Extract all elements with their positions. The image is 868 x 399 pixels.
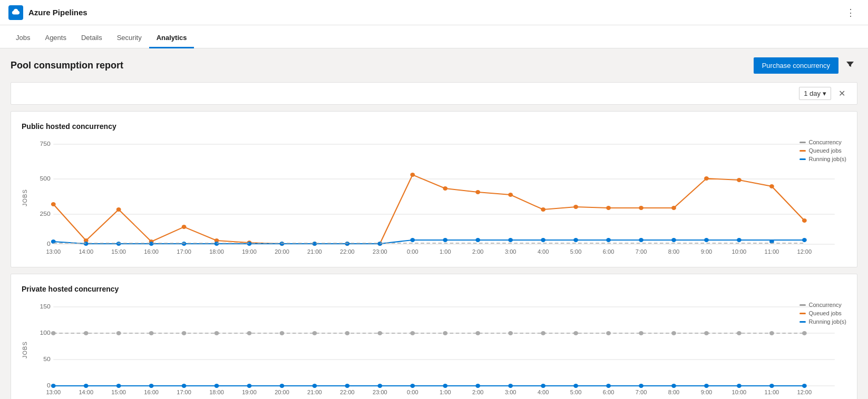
svg-point-50 [639, 206, 643, 210]
private-chart-container: JOBS Concurrency Queued jobs Running job… [22, 302, 846, 398]
public-chart-svg: 750 500 250 0 13:00 14:00 15:00 16:00 17… [30, 139, 846, 255]
svg-text:12:00: 12:00 [797, 249, 812, 255]
svg-point-49 [606, 206, 611, 210]
svg-text:2:00: 2:00 [472, 249, 484, 255]
svg-text:6:00: 6:00 [603, 390, 615, 395]
svg-point-63 [280, 242, 285, 246]
filter-icon-button[interactable] [843, 57, 857, 74]
svg-text:8:00: 8:00 [668, 249, 680, 255]
svg-point-143 [214, 384, 219, 388]
svg-text:7:00: 7:00 [636, 390, 647, 395]
svg-text:17:00: 17:00 [177, 390, 191, 395]
svg-point-134 [704, 331, 709, 335]
svg-text:17:00: 17:00 [177, 249, 191, 255]
svg-point-72 [573, 238, 578, 242]
svg-text:150: 150 [40, 303, 50, 310]
svg-point-61 [214, 242, 219, 246]
legend-concurrency-color [799, 142, 806, 143]
more-options-button[interactable]: ⋮ [842, 5, 860, 21]
svg-point-123 [345, 331, 349, 335]
tab-analytics[interactable]: Analytics [149, 28, 194, 48]
svg-text:15:00: 15:00 [111, 390, 126, 395]
tab-details[interactable]: Details [74, 28, 110, 48]
svg-point-55 [802, 218, 807, 223]
svg-text:250: 250 [40, 211, 50, 217]
svg-point-153 [541, 384, 545, 388]
svg-point-59 [149, 242, 154, 246]
svg-text:19:00: 19:00 [242, 390, 257, 395]
private-legend-concurrency-label: Concurrency [808, 302, 841, 308]
app-header: Azure Pipelines ⋮ [0, 0, 868, 25]
svg-point-136 [769, 331, 774, 335]
svg-text:8:00: 8:00 [668, 390, 680, 395]
svg-text:50: 50 [43, 356, 51, 362]
svg-text:9:00: 9:00 [701, 249, 713, 255]
app-logo [8, 5, 23, 20]
legend-concurrency: Concurrency [799, 139, 846, 145]
page-title: Pool consumption report [11, 60, 123, 71]
svg-point-47 [541, 207, 545, 212]
svg-point-117 [149, 331, 154, 335]
svg-text:19:00: 19:00 [242, 249, 257, 255]
private-legend-concurrency: Concurrency [799, 302, 846, 308]
svg-point-132 [639, 331, 643, 335]
svg-point-156 [639, 384, 643, 388]
svg-text:5:00: 5:00 [570, 249, 582, 255]
svg-text:0: 0 [47, 382, 51, 388]
svg-text:23:00: 23:00 [373, 249, 387, 255]
filter-bar: 1 day ▾ ✕ [11, 82, 857, 105]
svg-point-68 [443, 238, 447, 242]
public-chart-section: Public hosted concurrency JOBS Concurren… [11, 111, 857, 267]
legend-concurrency-label: Concurrency [808, 139, 841, 145]
svg-point-67 [410, 238, 415, 242]
private-legend-running: Running job(s) [799, 318, 846, 325]
svg-text:11:00: 11:00 [765, 249, 779, 255]
svg-point-138 [51, 384, 56, 388]
public-y-label: JOBS [22, 139, 28, 256]
svg-text:4:00: 4:00 [538, 249, 549, 255]
private-chart-svg: 150 100 50 0 13:00 14:00 15:00 16:00 17:… [30, 302, 846, 396]
svg-point-144 [247, 384, 252, 388]
svg-text:10:00: 10:00 [732, 249, 747, 255]
svg-point-122 [313, 331, 317, 335]
svg-text:20:00: 20:00 [275, 390, 289, 395]
purchase-concurrency-button[interactable]: Purchase concurrency [754, 57, 838, 74]
svg-text:22:00: 22:00 [340, 249, 355, 255]
filter-icon [846, 60, 854, 68]
svg-text:750: 750 [40, 141, 50, 147]
public-chart-legend: Concurrency Queued jobs Running job(s) [799, 139, 846, 162]
svg-point-135 [737, 331, 742, 335]
svg-point-52 [704, 176, 709, 181]
page-header: Pool consumption report Purchase concurr… [11, 57, 857, 74]
logo-icon [11, 8, 21, 17]
svg-point-128 [508, 331, 513, 335]
private-chart-inner: Concurrency Queued jobs Running job(s) [30, 302, 846, 398]
svg-point-46 [508, 193, 513, 197]
svg-point-133 [671, 331, 676, 335]
svg-point-77 [737, 238, 742, 242]
svg-text:16:00: 16:00 [144, 249, 159, 255]
svg-text:12:00: 12:00 [797, 390, 812, 395]
tab-security[interactable]: Security [110, 28, 149, 48]
svg-point-157 [671, 384, 676, 388]
svg-point-48 [573, 205, 578, 209]
svg-point-118 [182, 331, 187, 335]
tab-jobs[interactable]: Jobs [8, 28, 37, 48]
svg-text:21:00: 21:00 [307, 390, 322, 395]
svg-text:22:00: 22:00 [340, 390, 355, 395]
svg-point-32 [51, 202, 56, 206]
filter-close-button[interactable]: ✕ [835, 87, 849, 99]
svg-point-79 [802, 238, 807, 242]
svg-text:21:00: 21:00 [307, 249, 322, 255]
svg-point-152 [508, 384, 513, 388]
tab-agents[interactable]: Agents [37, 28, 73, 48]
svg-point-65 [345, 242, 349, 246]
period-dropdown[interactable]: 1 day ▾ [799, 87, 831, 100]
legend-running-color [799, 158, 806, 160]
svg-text:16:00: 16:00 [144, 390, 159, 395]
svg-point-74 [639, 238, 643, 242]
svg-point-66 [377, 242, 382, 246]
svg-point-139 [84, 384, 89, 388]
svg-text:3:00: 3:00 [505, 249, 516, 255]
page-actions: Purchase concurrency [754, 57, 857, 74]
